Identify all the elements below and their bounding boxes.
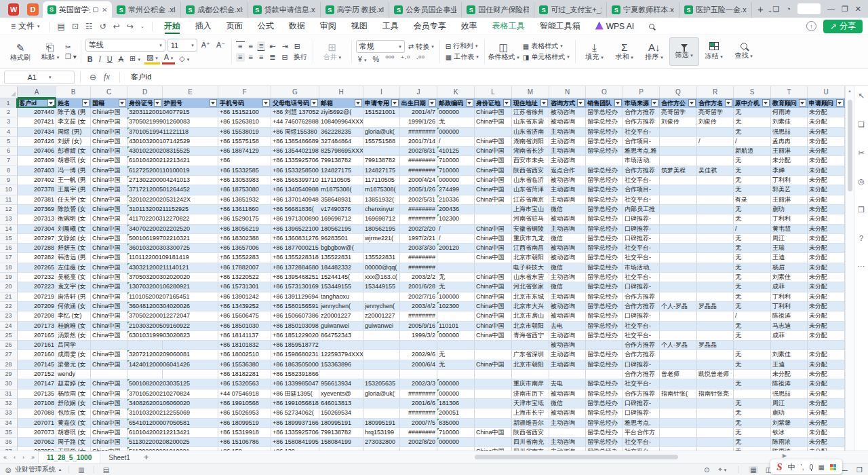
cell[interactable]: 被动咨询 [549,244,586,252]
cell[interactable]: 口碑推荐- [623,360,660,369]
cell[interactable]: 无 [734,166,771,175]
cell[interactable]: 1999/3/2 [400,331,437,340]
cell[interactable]: 358648931 [319,195,363,204]
sogou-logo[interactable]: S [776,461,782,473]
align-center-button[interactable]: ≡ [247,53,255,62]
row-header-19[interactable]: 19 [0,273,18,282]
cell[interactable]: 207409 [18,156,56,165]
col-header-O[interactable]: O [586,86,623,98]
cell[interactable]: 未分配 [808,390,845,398]
cell[interactable]: gloria@uk( [363,390,400,398]
cell[interactable] [697,185,734,194]
cell[interactable]: 未分配 [771,370,808,379]
cell[interactable]: 曾老师 [660,370,697,379]
cell[interactable] [660,311,697,320]
cell[interactable]: 王一帆 (男 [56,176,91,185]
cell[interactable]: 370503200302020020 [127,273,163,282]
cell[interactable]: 电子科技大 [512,263,549,272]
cell[interactable]: 207282 [18,253,56,262]
col-header-E[interactable]: E [163,86,218,98]
cell[interactable]: 610104200212213421 [127,156,163,165]
cell[interactable] [363,350,400,359]
cell[interactable]: 200120 [437,244,475,252]
cell[interactable] [660,128,697,136]
cell[interactable]: 210303200509160922 [127,322,163,330]
cell[interactable]: / [437,225,475,233]
cell[interactable]: +86 1859518772 [271,341,319,349]
row-header-23[interactable]: 23 [0,311,18,320]
cell[interactable]: 口碑推荐- [623,311,660,320]
cell[interactable]: 207403 [18,166,56,175]
cell[interactable]: 刘俊伶 [660,117,697,126]
worksheet-button[interactable]: ▦ 工作表 ▾ [444,52,480,62]
cell[interactable]: 山东省东营 [512,117,549,126]
row-header-20[interactable]: 20 [0,282,18,291]
cell[interactable]: 500106199702210321 [127,234,163,243]
cell[interactable]: 主动咨询 [549,128,586,136]
cell[interactable]: 000000 [437,390,475,398]
col-header-C[interactable]: C [91,86,127,98]
col-header-I[interactable]: I [363,86,400,98]
col-header-M[interactable]: M [512,86,549,98]
upload-icon[interactable]: ↑ [806,21,816,31]
tools-icon[interactable]: ✂ [858,149,864,157]
cell[interactable]: China中国 [91,244,127,252]
cell[interactable]: 未分配 [808,166,845,175]
cell[interactable]: 15244145( [319,273,363,282]
cell[interactable]: 13851932( [363,195,400,204]
cell[interactable]: China中国 [475,147,512,155]
cell[interactable]: 济南市历下 [512,390,549,398]
cell[interactable]: 799138782 [363,156,400,165]
cell[interactable]: 2002/8/31 [400,147,437,155]
cell[interactable]: 1999/1/26 [400,117,437,126]
mic-icon[interactable] [810,464,813,470]
system-label[interactable]: 业财管理系统 [15,465,56,474]
cell[interactable]: 835000 [437,419,475,428]
cell[interactable]: 2003/4/2 [400,302,437,311]
sheet-tab[interactable]: Sheet1 [100,451,138,463]
cell[interactable]: China中国 [475,292,512,301]
cell[interactable]: +86 18182281 [218,370,271,379]
cell[interactable] [697,195,734,204]
cell[interactable]: 合作方推荐 [623,292,660,301]
cell[interactable]: 无 [734,273,771,282]
filter-header-cell[interactable]: 申请顾问 [808,98,845,108]
cell[interactable]: China中国 [91,428,127,437]
cell[interactable]: +86 1850103098 [271,322,319,330]
cell[interactable]: China中国 [475,311,512,320]
cell[interactable]: China中国 [91,205,127,214]
cell[interactable]: 未分配 [808,234,845,243]
cell[interactable]: ######## [400,253,437,262]
cell[interactable]: +86 13611860 [218,205,271,214]
cell[interactable]: 153449155 [363,282,400,291]
col-header-B[interactable]: B [56,86,91,98]
row-header-36[interactable]: 36 [0,438,18,446]
cell[interactable]: 370105199411221118 [127,128,163,136]
cell[interactable]: 王迪 [771,253,808,262]
cell[interactable]: 108409964XXX@163. [319,117,363,126]
cell[interactable]: 主动咨询 [549,292,586,301]
cell[interactable]: 主动咨询 [549,147,586,155]
cell[interactable] [697,350,734,359]
cell[interactable]: 微信 [549,205,586,214]
add-sheet-button[interactable]: + [138,453,154,462]
cell[interactable]: 无 [734,331,771,340]
cell[interactable]: 207152 [18,370,56,379]
strikethrough-button[interactable]: A [117,55,125,63]
filter-dropdown-icon[interactable] [651,99,658,107]
filter-dropdown-icon[interactable] [391,99,399,107]
cell[interactable]: 成菲 [771,282,808,291]
cell[interactable]: +86 1580841995 [271,438,319,446]
cell[interactable]: China中国 [91,322,127,330]
cell[interactable]: China中国 [475,428,512,437]
cell[interactable]: 合作方推荐 [623,370,660,379]
cell[interactable]: China中国 [91,419,127,428]
cell[interactable]: 无 [437,117,475,126]
cell[interactable]: 864752343 [319,331,363,340]
cell[interactable]: 微信 [549,399,586,408]
cell[interactable]: 630103199903020823 [127,331,163,340]
cell[interactable]: +86 18874129 [218,147,271,155]
cell[interactable]: 周江 [771,234,808,243]
cell[interactable]: chenxinyur [363,205,400,214]
cell[interactable]: ######## [400,408,437,417]
